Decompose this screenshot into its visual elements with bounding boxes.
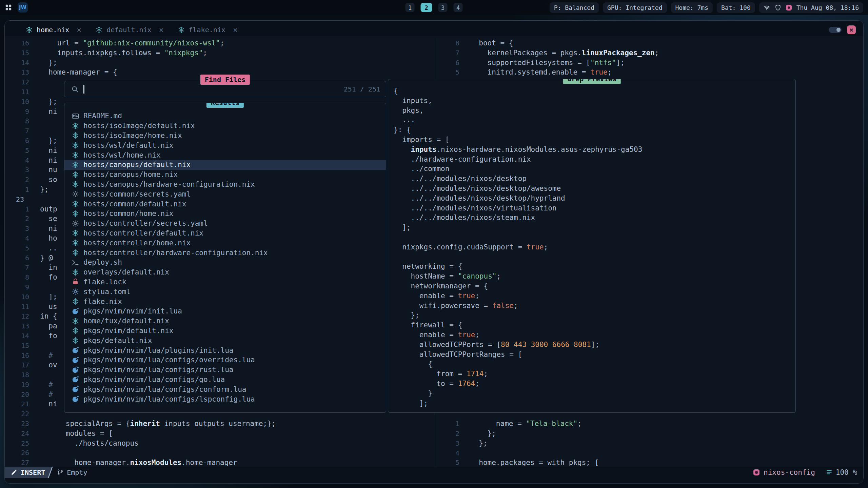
finder-search-input[interactable]: Find Files 251 / 251 bbox=[64, 81, 386, 97]
file-result-item[interactable]: deploy.sh bbox=[64, 258, 386, 267]
code-line[interactable]: 3 }; bbox=[435, 439, 863, 448]
code-text: supportedFilesystems = ["ntfs"]; bbox=[470, 58, 625, 68]
code-line[interactable]: 2 }; bbox=[435, 429, 863, 439]
file-result-item[interactable]: pkgs/nvim/nvim/lua/configs/conform.lua bbox=[64, 384, 386, 394]
code-line[interactable]: 27 home-manager.nixosModules.home-manage… bbox=[5, 458, 435, 467]
record-icon[interactable] bbox=[786, 5, 792, 11]
file-result-item[interactable]: flake.nix bbox=[64, 297, 386, 306]
code-line[interactable]: 23 specialArgs = {inherit inputs outputs… bbox=[5, 419, 435, 429]
nix-icon bbox=[72, 151, 79, 159]
code-line[interactable]: 26 bbox=[5, 448, 435, 458]
file-result-item[interactable]: hosts/common/default.nix bbox=[64, 199, 386, 209]
code-line[interactable]: 5 initrd.systemd.enable = true; bbox=[435, 67, 863, 77]
file-result-item[interactable]: hosts/isoImage/home.nix bbox=[64, 131, 386, 141]
file-result-item[interactable]: stylua.toml bbox=[64, 287, 386, 297]
file-result-item[interactable]: hosts/canopus/home.nix bbox=[64, 170, 386, 180]
nix-icon bbox=[96, 26, 102, 33]
file-result-item[interactable]: hosts/isoImage/default.nix bbox=[64, 121, 386, 131]
code-text: fo bbox=[40, 272, 57, 282]
file-result-item[interactable]: hosts/common/secrets.yaml bbox=[64, 189, 386, 199]
preview-line: allowedTCPPortRanges = [ bbox=[394, 350, 795, 360]
code-text: # bbox=[40, 380, 53, 390]
logo-badge[interactable]: JW bbox=[18, 2, 28, 13]
line-number: 26 bbox=[5, 448, 29, 458]
line-number: 24 bbox=[5, 429, 29, 439]
file-path: pkgs/nvim/nvim/lua/plugins/init.lua bbox=[83, 346, 234, 354]
file-result-item[interactable]: pkgs/nvim/nvim/init.lua bbox=[64, 306, 386, 316]
line-number: 6 bbox=[5, 136, 29, 146]
line-number: 3 bbox=[5, 224, 29, 233]
nix-icon bbox=[72, 200, 79, 207]
line-number: 13 bbox=[5, 67, 29, 77]
code-line[interactable]: 14 }; bbox=[5, 58, 435, 68]
tabbar: home.nix×default.nix×flake.nix× × bbox=[5, 21, 863, 36]
file-result-item[interactable]: hosts/controller/hardware-configuration.… bbox=[64, 248, 386, 258]
mode-indicator: INSERT bbox=[5, 467, 53, 478]
preview-line: }: { bbox=[394, 125, 795, 135]
preview-line: } bbox=[394, 389, 795, 399]
line-number: 5 bbox=[5, 243, 29, 253]
file-result-item[interactable]: home/tux/default.nix bbox=[64, 316, 386, 326]
close-icon[interactable]: × bbox=[233, 26, 238, 34]
close-icon[interactable]: × bbox=[77, 26, 81, 34]
code-line[interactable]: 7 kernelPackages = pkgs.linuxPackages_ze… bbox=[435, 48, 863, 58]
file-result-item[interactable]: hosts/controller/secrets.yaml bbox=[64, 219, 386, 228]
code-text: # bbox=[40, 390, 53, 400]
code-line[interactable]: 4 bbox=[435, 448, 863, 458]
file-result-item[interactable]: pkgs/default.nix bbox=[64, 336, 386, 345]
close-icon[interactable]: × bbox=[159, 26, 164, 34]
lua-icon bbox=[72, 395, 79, 403]
line-number: 1 bbox=[5, 185, 29, 195]
file-result-item[interactable]: README.md bbox=[64, 111, 386, 121]
code-line[interactable]: 1 name = "Tela-black"; bbox=[435, 419, 863, 429]
preview-line: from = 1714; bbox=[394, 369, 795, 379]
workspace-4-button[interactable]: 4 bbox=[454, 3, 463, 12]
desktop: JW 1234 P: BalancedGPU: IntegratedHome: … bbox=[0, 0, 868, 488]
topbar-left: JW bbox=[5, 2, 28, 13]
file-result-item[interactable]: hosts/common/home.nix bbox=[64, 209, 386, 219]
wifi-icon bbox=[764, 4, 770, 11]
file-path: hosts/common/secrets.yaml bbox=[83, 190, 191, 198]
file-result-item[interactable]: hosts/canopus/default.nix bbox=[64, 160, 386, 170]
code-text: nu bbox=[40, 165, 57, 175]
code-line[interactable]: 16 url = "github:nix-community/nixos-wsl… bbox=[5, 38, 435, 48]
workspace-3-button[interactable]: 3 bbox=[438, 3, 448, 12]
file-result-item[interactable]: hosts/canopus/hardware-configuration.nix bbox=[64, 180, 386, 189]
code-line[interactable]: 25 ./hosts/canopus bbox=[5, 439, 435, 448]
file-result-item[interactable]: pkgs/nvim/nvim/lua/configs/rust.lua bbox=[64, 365, 386, 375]
tab-home.nix[interactable]: home.nix× bbox=[24, 23, 83, 36]
tab-list: home.nix×default.nix×flake.nix× bbox=[24, 23, 240, 36]
code-line[interactable]: 8 boot = { bbox=[435, 38, 863, 48]
file-result-item[interactable]: hosts/wsl/default.nix bbox=[64, 140, 386, 150]
file-result-item[interactable]: pkgs/nvim/nvim/lua/configs/go.lua bbox=[64, 375, 386, 385]
pencil-icon bbox=[11, 469, 17, 475]
tab-flake.nix[interactable]: flake.nix× bbox=[176, 23, 240, 36]
file-result-item[interactable]: pkgs/nvim/nvim/lua/plugins/init.lua bbox=[64, 345, 386, 355]
file-path: overlays/default.nix bbox=[83, 268, 169, 276]
code-line[interactable]: 15 inputs.nixpkgs.follows = "nixpkgs"; bbox=[5, 48, 435, 58]
nix-icon bbox=[72, 318, 79, 325]
file-result-item[interactable]: pkgs/nvim/nvim/lua/configs/lspconfig.lua bbox=[64, 394, 386, 404]
file-result-item[interactable]: flake.lock bbox=[64, 277, 386, 287]
file-path: pkgs/nvim/nvim/lua/configs/rust.lua bbox=[83, 366, 234, 374]
line-number: 2 bbox=[435, 429, 459, 439]
nix-icon bbox=[72, 132, 79, 139]
file-result-item[interactable]: overlays/default.nix bbox=[64, 267, 386, 277]
file-result-item[interactable]: hosts/controller/default.nix bbox=[64, 228, 386, 238]
window-close-button[interactable]: × bbox=[847, 25, 856, 34]
file-result-item[interactable]: hosts/controller/home.nix bbox=[64, 238, 386, 248]
apps-grid-icon[interactable] bbox=[5, 4, 12, 11]
window-toggle[interactable] bbox=[829, 27, 842, 33]
preview-line bbox=[394, 232, 795, 242]
code-line[interactable]: 5 home.packages = with pkgs; [ bbox=[435, 458, 863, 467]
code-line[interactable]: 6 supportedFilesystems = ["ntfs"]; bbox=[435, 58, 863, 68]
workspace-2-button[interactable]: 2 bbox=[421, 3, 432, 12]
tab-default.nix[interactable]: default.nix× bbox=[94, 23, 165, 36]
file-result-item[interactable]: hosts/wsl/home.nix bbox=[64, 150, 386, 160]
code-line[interactable]: 24 modules = [ bbox=[5, 429, 435, 439]
git-branch-icon bbox=[57, 469, 63, 475]
file-result-item[interactable]: pkgs/nvim/default.nix bbox=[64, 326, 386, 336]
file-result-item[interactable]: pkgs/nvim/nvim/lua/configs/overrides.lua bbox=[64, 355, 386, 365]
nix-icon bbox=[72, 171, 79, 178]
workspace-1-button[interactable]: 1 bbox=[406, 3, 415, 12]
